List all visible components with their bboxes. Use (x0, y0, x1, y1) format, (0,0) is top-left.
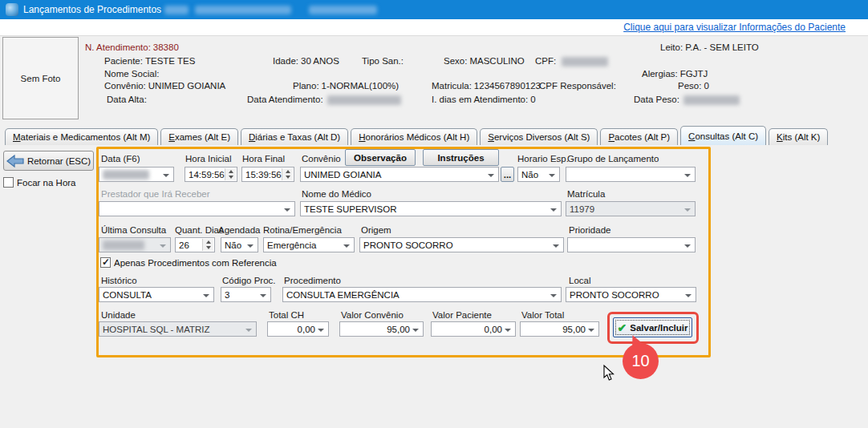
retornar-button[interactable]: Retornar (ESC) (3, 151, 94, 171)
hora-final-label: Hora Final (242, 154, 285, 164)
hora-inicial-label: Hora Inicial (185, 154, 232, 164)
procedure-launch-window: Lançamentos de Procedimentos Clique aqui… (0, 0, 868, 428)
dropdown-arrow-icon (684, 174, 691, 177)
cpf-responsavel-field: CPF Responsável: (539, 81, 619, 91)
convenio-label: Convênio (302, 154, 341, 164)
valor-paciente-combo[interactable]: 0,00 (431, 321, 516, 337)
paciente-field: Paciente:TESTE TES (104, 56, 195, 66)
valor-convenio-label: Valor Convênio (341, 310, 404, 320)
tab-exames[interactable]: Exames (Alt E) (160, 128, 238, 145)
tab-servicos-diversos[interactable]: Serviços Diversos (Alt S) (480, 128, 598, 145)
dropdown-arrow-icon (245, 329, 252, 332)
redacted-title-text (164, 6, 189, 14)
data-peso-field: Data Peso: (634, 95, 679, 104)
dropdown-arrow-icon (318, 329, 324, 332)
convenio-combo[interactable]: UNIMED GOIANIA (300, 167, 499, 182)
apenas-referencia-checkbox-row[interactable]: Apenas Procedimentos com Referencia (100, 257, 277, 268)
horario-esp-combo[interactable]: Não (517, 167, 560, 182)
redacted-cpf-value (562, 57, 608, 67)
tab-diarias-e-taxas[interactable]: Diárias e Taxas (Alt D) (241, 128, 348, 145)
redacted-title-text (309, 6, 377, 14)
valor-total-combo[interactable]: 95,00 (520, 321, 599, 337)
step-badge: 10 (623, 343, 659, 379)
spin-down-icon[interactable] (282, 175, 293, 181)
mouse-cursor (603, 365, 614, 382)
peso-field: Peso:0 (678, 81, 709, 91)
unidade-combo: HOSPITAL SQL - MATRIZ (99, 321, 257, 337)
data-alta-field: Data Alta: (107, 95, 149, 104)
dropdown-arrow-icon (203, 294, 209, 297)
instrucoes-button[interactable]: Instruções (423, 149, 499, 166)
dropdown-arrow-icon (160, 244, 166, 248)
hora-inicial-spinner[interactable]: 14:59:56 (185, 167, 237, 182)
tab-materiais-e-medicamentos[interactable]: Materiais e Medicamentos (Alt M) (5, 128, 158, 145)
observacao-button[interactable]: Observação (345, 149, 416, 166)
convenio-paciente-field: Convênio:UNIMED GOIANIA (104, 81, 225, 91)
agendada-combo[interactable]: Não (221, 237, 258, 252)
tab-strip: Materiais e Medicamentos (Alt M) Exames … (5, 126, 830, 145)
origem-combo[interactable]: PRONTO SOCORRO (359, 237, 564, 252)
valor-convenio-combo[interactable]: 95,00 (339, 321, 424, 337)
dropdown-arrow-icon (247, 244, 254, 248)
convenio-ellipsis-button[interactable]: ... (501, 167, 514, 182)
apenas-referencia-checkbox[interactable] (100, 257, 111, 268)
tab-consultas[interactable]: Consultas (Alt C) (680, 126, 766, 145)
tab-honorarios-medicos[interactable]: Honorários Médicos (Alt H) (351, 128, 477, 145)
idade-field: Idade:30 ANOS (273, 56, 339, 66)
leito-field: Leito:P.A. - SEM LEITO (660, 42, 759, 52)
grupo-lancamento-label: Grupo de Lançamento (567, 154, 659, 164)
sexo-field: Sexo:MASCULINO (444, 56, 525, 66)
codigo-proc-combo[interactable]: 3 (221, 287, 271, 302)
dias-em-atendimento-field: I. dias em Atendimento:0 (432, 95, 536, 104)
rotina-emergencia-combo[interactable]: Emergência (263, 237, 355, 252)
data-f6-label: Data (F6) (101, 154, 140, 164)
redacted-title-text (195, 6, 291, 14)
historico-label: Histórico (101, 276, 137, 285)
historico-combo[interactable]: CONSULTA (99, 287, 214, 302)
cpf-field: CPF: (535, 56, 556, 66)
app-icon (6, 3, 18, 16)
link-bar: Clique aqui para visualizar Informações … (0, 19, 868, 35)
hora-final-spinner[interactable]: 15:39:56 (241, 167, 294, 182)
focar-na-hora-checkbox-row[interactable]: Focar na Hora (3, 177, 76, 188)
redacted-ultima-consulta-value (103, 240, 144, 250)
spin-up-icon[interactable] (203, 239, 213, 245)
spin-down-icon[interactable] (203, 245, 213, 252)
prestador-combo[interactable] (99, 201, 295, 216)
tab-kits[interactable]: Kits (Alt K) (769, 128, 828, 145)
titlebar: Lançamentos de Procedimentos (0, 0, 868, 19)
dropdown-arrow-icon (549, 174, 555, 177)
focar-na-hora-checkbox[interactable] (3, 177, 14, 188)
alergias-field: Alergias:FGJTJ (642, 69, 708, 79)
total-ch-combo[interactable]: 0,00 (267, 321, 329, 337)
redacted-data-peso-value (683, 95, 740, 105)
local-combo[interactable]: PRONTO SOCORRO (566, 287, 696, 302)
rotina-emergencia-label: Rotina/Emergência (263, 225, 342, 235)
annotation-highlight-box (607, 312, 699, 344)
grupo-lancamento-combo[interactable] (566, 167, 696, 182)
spin-up-icon[interactable] (282, 168, 293, 175)
data-f6-combo[interactable] (99, 167, 174, 182)
quant-dias-spinner[interactable]: 26 (175, 237, 215, 252)
origem-label: Origem (361, 225, 391, 235)
matricula-paciente-field: Matricula:1234567890123 (432, 81, 541, 91)
dropdown-arrow-icon (412, 329, 419, 332)
spin-up-icon[interactable] (225, 168, 236, 175)
codigo-proc-label: Código Proc. (222, 276, 275, 285)
redacted-data-value (103, 170, 149, 180)
dropdown-arrow-icon (684, 244, 691, 248)
ultima-consulta-label: Última Consulta (101, 225, 166, 235)
dropdown-arrow-icon (260, 294, 266, 297)
dropdown-arrow-icon (684, 208, 691, 212)
procedimento-combo[interactable]: CONSULTA EMERGÊNCIA (282, 287, 562, 302)
n-atendimento-field: N. Atendimento:38380 (85, 42, 179, 52)
data-atendimento-field: Data Atendimento: (247, 95, 323, 104)
nome-medico-combo[interactable]: TESTE SUPERVISOR (300, 201, 562, 216)
procedimento-label: Procedimento (284, 276, 341, 285)
spin-down-icon[interactable] (225, 175, 236, 181)
dropdown-arrow-icon (685, 294, 692, 297)
tab-pacotes[interactable]: Pacotes (Alt P) (600, 128, 678, 145)
dropdown-arrow-icon (553, 244, 559, 248)
patient-info-link[interactable]: Clique aqui para visualizar Informações … (623, 22, 846, 33)
prioridade-combo[interactable] (567, 237, 696, 252)
